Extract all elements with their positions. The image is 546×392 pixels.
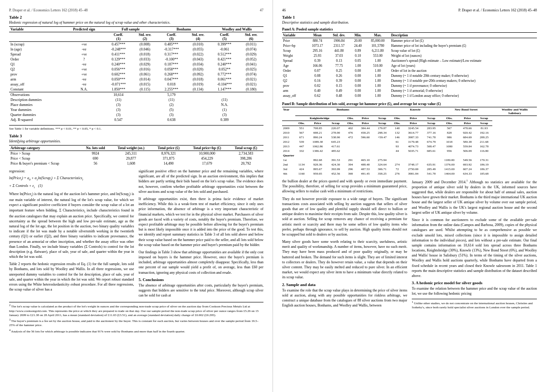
section2-text: To examine the role that the scrap value… — [282, 288, 407, 308]
panel-a-cell: 0.10 — [350, 53, 365, 58]
panel-b-cell: 956 — [440, 149, 459, 153]
table2-cell: (1) — [210, 107, 239, 112]
pb-col-year: Year — [282, 107, 295, 121]
panel-b-cell: 580.38 — [459, 140, 476, 144]
table2-cell: 0.638 — [157, 117, 186, 122]
panel-b-cell — [357, 149, 374, 153]
panel-b-cell: 892.68 — [308, 158, 327, 162]
table2-cell: (0.008) — [132, 42, 157, 47]
table2-cell: Place dummies — [9, 102, 64, 107]
t3-col-pricebp: Total price+bp (£) — [186, 146, 228, 151]
panel-b-cell: 986 — [440, 135, 459, 140]
pb-sub-obs2b: Obs. — [344, 121, 357, 126]
left-header-text: P. Draper et al. / Economics Letters 162… — [9, 8, 88, 12]
table3-cell: 9924 — [81, 151, 111, 156]
t3-col-price: Total price (£) — [152, 146, 186, 151]
right-body-left: the bullion dealer at the prices quoted … — [282, 179, 407, 310]
panel-b-cell: 61 — [391, 140, 404, 144]
table2-cell: -0.317*** — [157, 47, 186, 52]
table2-cell: prov — [9, 72, 64, 77]
panel-b-cell: 3rd — [282, 167, 295, 171]
panel-a-cell: 0.49 — [328, 88, 350, 93]
table2-cell — [186, 107, 210, 112]
table2-cell: -0.100** — [157, 57, 186, 62]
panel-a-cell: 553.00 — [365, 53, 390, 58]
panel-b-cell: 1376.00 — [440, 162, 459, 167]
panel-b-cell: 1089.38 — [308, 140, 327, 144]
panel-b-cell: 447 — [295, 144, 308, 149]
table3-cell: 29,877 — [111, 156, 152, 161]
pb-sub-empty — [282, 121, 295, 126]
panel-b-cell: 192.16 — [476, 131, 493, 135]
table2-cell — [239, 107, 263, 112]
panel-a-cell: 0.39 — [328, 78, 350, 83]
table2-cell: 0.061*** — [210, 77, 239, 82]
panel-b-cell: 283.95 — [423, 126, 440, 131]
table3-cell: Price > Scrap — [9, 151, 81, 156]
table3-caption: Identifying arbitrage opportunities. — [9, 139, 263, 143]
panel-a-cell: Q1 — [282, 73, 307, 78]
table2-cell — [186, 117, 210, 122]
panel-b-cell: 148 — [391, 126, 404, 131]
panel-b-cell: 417.61 — [327, 144, 344, 149]
panel-b-cell: 741.78 — [423, 135, 440, 140]
panel-a-cell: Price+bp — [282, 43, 307, 48]
panel-b-cell: 674.79 — [423, 140, 440, 144]
table2-cell: (0.016) — [132, 67, 157, 72]
table3-cell: 14,490 — [152, 161, 186, 166]
table2-cell: (3) — [157, 112, 186, 117]
body-right-para1: significant positive effect on the hamme… — [139, 169, 264, 194]
panel-b-cell: 3748.17 — [404, 162, 423, 167]
section2: 2. Sample and data To examine the role t… — [282, 282, 407, 308]
pb-col-newbond: New Bond Street — [440, 107, 492, 116]
table2-cell: (0.010) — [186, 42, 210, 47]
panel-b-cell: 485.62 — [327, 149, 344, 153]
panel-a-cell: Age — [282, 63, 307, 68]
body-left-col: regression: ln(Pricei) = a0 + α1ln(Scrap… — [9, 169, 134, 300]
panel-a-cell: 1073.17 — [307, 43, 328, 48]
table3-cell: 10,900,000 — [186, 151, 228, 156]
panel-b-cell: 116.80 — [476, 149, 493, 153]
panel-a-cell: 1.00 — [365, 78, 390, 83]
table3-cell: 20,792 — [228, 161, 263, 166]
table2-cell: 0.512*** — [210, 52, 239, 57]
table2-title: Table 2 — [9, 15, 263, 20]
panel-a-cell: 1.00 — [365, 58, 390, 63]
panel-a-cell: 101,5780 — [365, 43, 390, 48]
table1-container: Table 1 Descriptive statistics and sampl… — [282, 15, 537, 176]
table2-cell: (0.021) — [239, 82, 263, 87]
pb-sub-price4b: Price — [459, 121, 476, 126]
right-body-container: the bullion dealer at the prices quoted … — [282, 179, 537, 310]
panel-a-cell: 880.74 — [307, 38, 328, 44]
regression-intro: regression: ln(Pricei) = a0 + α1ln(Scrap… — [9, 169, 134, 189]
panel-b-cell: 3614.77 — [404, 131, 423, 135]
table2-cell: 5,179 — [157, 92, 186, 98]
table2-cell — [64, 92, 104, 98]
table2-cell — [132, 92, 157, 98]
t3-col-category: Arbitrage category — [9, 146, 81, 151]
panel-a-header: Panel A: Pooled sample statistics — [282, 26, 537, 32]
pb-sub-price1: Price — [308, 121, 327, 126]
pb-sub-scrap4: Scrap — [476, 116, 493, 121]
panel-b-cell: 506.09 — [459, 149, 476, 153]
pb-sub-scrap2: Scrap — [374, 116, 391, 121]
section3-title: 3. A hedonic price model for silver good… — [412, 281, 537, 285]
panel-b-cell: 2750.69 — [404, 167, 423, 171]
right-footnote: 1 Unlike other studies, we do not concen… — [412, 299, 537, 310]
table2-cell: assay_off — [9, 82, 64, 87]
panel-b-cell: 5035.71 — [404, 149, 423, 153]
table2-cell: Q1 — [9, 62, 64, 67]
pb-sub-scrap4b: Scrap — [476, 121, 493, 126]
panel-a-cell: 0.40 — [307, 88, 328, 93]
col-coeff2: Coeff.(3) — [157, 32, 186, 42]
table2-cell: ? — [64, 57, 104, 62]
col-predicted-sub — [64, 32, 104, 42]
pa-col-min: Min. — [350, 33, 365, 38]
col-variable-sub — [9, 32, 64, 42]
pa-col-desc: Description — [390, 33, 537, 38]
table2-cell: (0.046) — [132, 47, 157, 52]
table2-cell: arm — [9, 77, 64, 82]
pb-sub-scrap3: Scrap — [423, 116, 440, 121]
pa-col-max: Max. — [365, 33, 390, 38]
panel-b-cell: 72 — [391, 167, 404, 171]
